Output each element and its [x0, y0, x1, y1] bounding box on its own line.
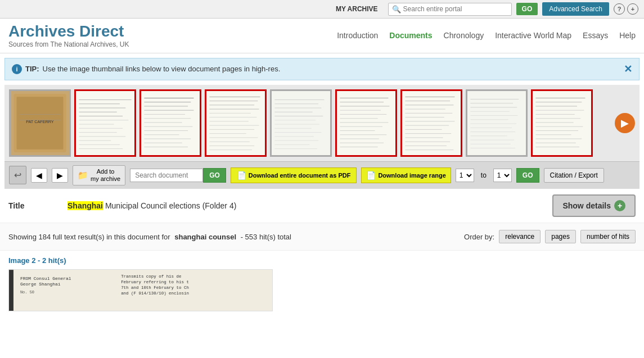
- svg-rect-62: [337, 91, 395, 155]
- nav-help[interactable]: Help: [619, 31, 636, 40]
- thumbnail-4[interactable]: [205, 89, 267, 157]
- show-details-label: Show details: [562, 201, 611, 210]
- nav-chronology[interactable]: Chronology: [444, 31, 484, 40]
- top-bar: MY ARCHIVE 🔍 GO Advanced Search ? +: [0, 0, 644, 19]
- tip-close-icon[interactable]: ✕: [624, 63, 632, 75]
- order-hits-button[interactable]: number of hits: [580, 230, 636, 243]
- results-bar: Showing 184 full text result(s) in this …: [0, 223, 644, 251]
- nav-documents[interactable]: Documents: [389, 31, 432, 40]
- thumb-3-content: [141, 91, 200, 155]
- search-document-input[interactable]: [130, 169, 203, 182]
- nav-essays[interactable]: Essays: [583, 31, 608, 40]
- thumb-9-content: [533, 91, 591, 155]
- svg-text:and (F 914/130/10) enclosin: and (F 914/130/10) enclosin: [121, 291, 189, 296]
- svg-text:7th and 10th February to Ch: 7th and 10th February to Ch: [121, 286, 189, 290]
- citation-export-button[interactable]: Citation / Export: [544, 168, 604, 183]
- svg-text:No. 50: No. 50: [20, 290, 34, 294]
- document-image-svg: FROM Consul General George Shanghai No. …: [9, 270, 272, 311]
- results-total: - 553 hit(s) total: [241, 233, 291, 241]
- thumbnails-container: PAT CAFERRY: [4, 85, 640, 161]
- pdf-range-icon: 📄: [366, 171, 376, 180]
- download-range-button[interactable]: 📄 Download image range: [361, 167, 451, 183]
- thumbnail-9[interactable]: [531, 89, 593, 157]
- thumbnails-next-button[interactable]: ▶: [615, 113, 635, 133]
- download-range-label: Download image range: [378, 172, 445, 179]
- download-entire-button[interactable]: 📄 Download entire document as PDF: [231, 167, 357, 183]
- svg-rect-76: [402, 91, 461, 155]
- thumb-7-content: [402, 91, 461, 155]
- show-details-plus-icon: +: [614, 200, 625, 211]
- my-archive-label: MY ARCHIVE: [336, 5, 378, 13]
- svg-rect-91: [467, 91, 526, 155]
- add-to-archive-button[interactable]: 📁 Add tomy archive: [73, 165, 125, 185]
- svg-text:FROM  Consul General: FROM Consul General: [20, 276, 71, 281]
- tip-bar: i TIP: Use the image thumbnail links bel…: [4, 58, 640, 80]
- order-by-group: Order by: relevance pages number of hits: [464, 230, 636, 243]
- thumbnail-6[interactable]: [335, 89, 397, 157]
- search-input[interactable]: [403, 5, 505, 13]
- search-box: 🔍: [388, 3, 512, 16]
- tip-info-icon: i: [12, 64, 22, 74]
- toolbar: ↩ ◀ ▶ 📁 Add tomy archive GO 📄 Download e…: [4, 161, 640, 189]
- image-preview: FROM Consul General George Shanghai No. …: [8, 269, 273, 311]
- thumbnail-2[interactable]: [74, 89, 136, 157]
- range-go-button[interactable]: GO: [516, 168, 539, 183]
- range-to-label: to: [479, 171, 489, 179]
- svg-text:George Shanghai: George Shanghai: [20, 282, 61, 287]
- results-showing: Showing 184 full text result(s) in this …: [8, 233, 170, 241]
- svg-rect-5: [76, 91, 134, 155]
- svg-rect-119: [9, 270, 13, 311]
- results-text: Showing 184 full text result(s) in this …: [8, 233, 291, 241]
- thumbnail-3[interactable]: [139, 89, 201, 157]
- title-label: Title: [8, 201, 59, 210]
- svg-text:February referring to his t: February referring to his t: [121, 280, 189, 284]
- image-result: Image 2 - 2 hit(s) FROM Consul General G…: [0, 251, 644, 317]
- svg-rect-48: [272, 91, 330, 155]
- thumbnail-8[interactable]: [466, 89, 528, 157]
- image-2-link[interactable]: Image 2 - 2 hit(s): [8, 256, 66, 265]
- svg-text:PAT CAFERRY: PAT CAFERRY: [26, 119, 54, 124]
- show-details-button[interactable]: Show details +: [552, 194, 636, 217]
- nav-next-button[interactable]: ▶: [52, 168, 68, 183]
- title-value: Shanghai Municipal Council elections (Fo…: [67, 201, 236, 210]
- thumb-5-content: [272, 91, 330, 155]
- download-entire-label: Download entire document as PDF: [249, 172, 351, 179]
- tip-label: TIP:: [25, 65, 39, 73]
- folder-icon: 📁: [78, 170, 88, 180]
- results-search-term: shanghai counsel: [174, 233, 236, 241]
- thumb-6-content: [337, 91, 395, 155]
- nav-introduction[interactable]: Introduction: [337, 31, 378, 40]
- advanced-search-button[interactable]: Advanced Search: [542, 2, 609, 16]
- thumb-8-content: [467, 91, 526, 155]
- help-icon[interactable]: ?: [614, 3, 625, 15]
- range-to-select[interactable]: 12345: [493, 169, 512, 182]
- nav-world-map[interactable]: Interactive World Map: [495, 31, 571, 40]
- title-highlighted-term: Shanghai: [67, 201, 103, 210]
- thumb-1-content: PAT CAFERRY: [11, 91, 69, 155]
- main-nav: Introduction Documents Chronology Intera…: [337, 31, 636, 40]
- thumb-4-content: [206, 91, 265, 155]
- add-icon[interactable]: +: [627, 3, 638, 15]
- thumbnail-5[interactable]: [270, 89, 332, 157]
- add-to-archive-label: Add tomy archive: [91, 168, 120, 183]
- title-rest: Municipal Council elections (Folder 4): [103, 201, 236, 210]
- search-document-go-button[interactable]: GO: [203, 168, 226, 183]
- logo-subtitle: Sources from The National Archives, UK: [8, 40, 129, 48]
- help-icons-group: ? +: [614, 3, 638, 15]
- thumb-2-content: [76, 91, 134, 155]
- order-pages-button[interactable]: pages: [545, 230, 576, 243]
- thumbnails-scroll: PAT CAFERRY: [9, 89, 611, 157]
- go-button[interactable]: GO: [516, 3, 538, 15]
- range-from-select[interactable]: 12345: [456, 169, 474, 182]
- order-by-label: Order by:: [464, 233, 494, 241]
- order-relevance-button[interactable]: relevance: [499, 230, 541, 243]
- svg-rect-19: [141, 91, 200, 155]
- thumbnail-7[interactable]: [400, 89, 462, 157]
- tip-text: Use the image thumbnail links below to v…: [43, 65, 281, 73]
- svg-rect-33: [206, 91, 265, 155]
- search-document-group: GO: [130, 168, 226, 183]
- nav-prev-button[interactable]: ◀: [31, 168, 47, 183]
- thumbnail-1[interactable]: PAT CAFERRY: [9, 89, 71, 157]
- back-button[interactable]: ↩: [9, 166, 26, 184]
- svg-text:Transmits copy of his de: Transmits copy of his de: [121, 274, 181, 279]
